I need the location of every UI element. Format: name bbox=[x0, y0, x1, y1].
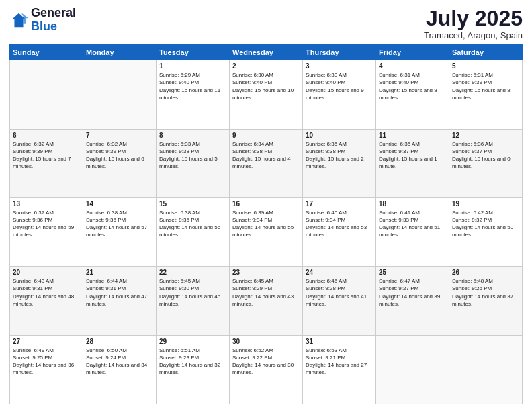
table-row: 13Sunrise: 6:37 AMSunset: 9:36 PMDayligh… bbox=[10, 197, 83, 266]
day-number: 7 bbox=[86, 132, 153, 139]
day-info: Sunrise: 6:50 AMSunset: 9:24 PMDaylight:… bbox=[86, 347, 153, 377]
day-info: Sunrise: 6:45 AMSunset: 9:30 PMDaylight:… bbox=[159, 277, 226, 308]
day-info: Sunrise: 6:32 AMSunset: 9:39 PMDaylight:… bbox=[13, 140, 80, 171]
table-row: 10Sunrise: 6:35 AMSunset: 9:38 PMDayligh… bbox=[303, 129, 376, 197]
day-number: 31 bbox=[306, 338, 373, 345]
day-number: 5 bbox=[452, 62, 519, 70]
day-number: 18 bbox=[379, 200, 446, 208]
table-row bbox=[449, 335, 523, 404]
table-row: 14Sunrise: 6:38 AMSunset: 9:36 PMDayligh… bbox=[83, 197, 157, 266]
col-saturday: Saturday bbox=[449, 45, 523, 60]
col-thursday: Thursday bbox=[303, 45, 376, 60]
calendar-week-row: 27Sunrise: 6:49 AMSunset: 9:25 PMDayligh… bbox=[10, 335, 523, 404]
day-number: 2 bbox=[232, 62, 300, 70]
day-info: Sunrise: 6:53 AMSunset: 9:21 PMDaylight:… bbox=[306, 347, 373, 377]
table-row: 3Sunrise: 6:30 AMSunset: 9:40 PMDaylight… bbox=[303, 60, 376, 129]
table-row: 5Sunrise: 6:31 AMSunset: 9:39 PMDaylight… bbox=[449, 60, 523, 129]
day-info: Sunrise: 6:31 AMSunset: 9:39 PMDaylight:… bbox=[452, 71, 519, 101]
col-friday: Friday bbox=[376, 45, 449, 60]
day-number: 12 bbox=[452, 132, 519, 139]
day-number: 22 bbox=[159, 269, 226, 276]
table-row: 12Sunrise: 6:36 AMSunset: 9:37 PMDayligh… bbox=[449, 129, 523, 197]
logo: General Blue bbox=[9, 7, 76, 34]
day-info: Sunrise: 6:51 AMSunset: 9:23 PMDaylight:… bbox=[159, 347, 226, 377]
month-title: July 2025 bbox=[424, 7, 523, 30]
table-row bbox=[83, 60, 157, 129]
day-info: Sunrise: 6:43 AMSunset: 9:31 PMDaylight:… bbox=[13, 277, 80, 308]
table-row: 8Sunrise: 6:33 AMSunset: 9:38 PMDaylight… bbox=[157, 129, 230, 197]
logo-icon bbox=[9, 11, 28, 30]
day-info: Sunrise: 6:49 AMSunset: 9:25 PMDaylight:… bbox=[13, 347, 80, 377]
table-row: 26Sunrise: 6:48 AMSunset: 9:26 PMDayligh… bbox=[449, 267, 523, 335]
day-number: 16 bbox=[232, 200, 300, 208]
day-number: 1 bbox=[159, 62, 226, 70]
day-number: 23 bbox=[232, 269, 300, 276]
table-row: 28Sunrise: 6:50 AMSunset: 9:24 PMDayligh… bbox=[83, 335, 157, 404]
day-info: Sunrise: 6:35 AMSunset: 9:38 PMDaylight:… bbox=[306, 140, 373, 171]
location-subtitle: Tramaced, Aragon, Spain bbox=[424, 30, 523, 40]
table-row: 31Sunrise: 6:53 AMSunset: 9:21 PMDayligh… bbox=[303, 335, 376, 404]
day-number: 19 bbox=[452, 200, 519, 208]
day-number: 20 bbox=[13, 269, 80, 276]
col-tuesday: Tuesday bbox=[157, 45, 230, 60]
calendar-week-row: 13Sunrise: 6:37 AMSunset: 9:36 PMDayligh… bbox=[10, 197, 523, 266]
day-number: 24 bbox=[306, 269, 373, 276]
day-number: 11 bbox=[379, 132, 446, 139]
day-info: Sunrise: 6:37 AMSunset: 9:36 PMDaylight:… bbox=[13, 209, 80, 239]
table-row: 18Sunrise: 6:41 AMSunset: 9:33 PMDayligh… bbox=[376, 197, 449, 266]
table-row: 30Sunrise: 6:52 AMSunset: 9:22 PMDayligh… bbox=[230, 335, 303, 404]
day-info: Sunrise: 6:31 AMSunset: 9:40 PMDaylight:… bbox=[379, 71, 446, 101]
day-number: 28 bbox=[86, 338, 153, 345]
table-row: 23Sunrise: 6:45 AMSunset: 9:29 PMDayligh… bbox=[230, 267, 303, 335]
day-number: 8 bbox=[159, 132, 226, 139]
day-info: Sunrise: 6:39 AMSunset: 9:34 PMDaylight:… bbox=[232, 209, 300, 239]
calendar-week-row: 1Sunrise: 6:29 AMSunset: 9:40 PMDaylight… bbox=[10, 60, 523, 129]
table-row: 11Sunrise: 6:35 AMSunset: 9:37 PMDayligh… bbox=[376, 129, 449, 197]
day-number: 6 bbox=[13, 132, 80, 139]
day-number: 13 bbox=[13, 200, 80, 208]
day-number: 14 bbox=[86, 200, 153, 208]
col-wednesday: Wednesday bbox=[230, 45, 303, 60]
table-row: 25Sunrise: 6:47 AMSunset: 9:27 PMDayligh… bbox=[376, 267, 449, 335]
day-info: Sunrise: 6:45 AMSunset: 9:29 PMDaylight:… bbox=[232, 277, 300, 308]
logo-blue: Blue bbox=[31, 19, 57, 33]
table-row: 6Sunrise: 6:32 AMSunset: 9:39 PMDaylight… bbox=[10, 129, 83, 197]
table-row: 21Sunrise: 6:44 AMSunset: 9:31 PMDayligh… bbox=[83, 267, 157, 335]
col-sunday: Sunday bbox=[10, 45, 83, 60]
table-row: 27Sunrise: 6:49 AMSunset: 9:25 PMDayligh… bbox=[10, 335, 83, 404]
day-info: Sunrise: 6:36 AMSunset: 9:37 PMDaylight:… bbox=[452, 140, 519, 171]
table-row: 20Sunrise: 6:43 AMSunset: 9:31 PMDayligh… bbox=[10, 267, 83, 335]
day-number: 15 bbox=[159, 200, 226, 208]
table-row: 4Sunrise: 6:31 AMSunset: 9:40 PMDaylight… bbox=[376, 60, 449, 129]
day-number: 21 bbox=[86, 269, 153, 276]
day-number: 17 bbox=[306, 200, 373, 208]
table-row: 24Sunrise: 6:46 AMSunset: 9:28 PMDayligh… bbox=[303, 267, 376, 335]
day-number: 9 bbox=[232, 132, 300, 139]
day-number: 26 bbox=[452, 269, 519, 276]
day-info: Sunrise: 6:44 AMSunset: 9:31 PMDaylight:… bbox=[86, 277, 153, 308]
day-info: Sunrise: 6:38 AMSunset: 9:36 PMDaylight:… bbox=[86, 209, 153, 239]
table-row: 7Sunrise: 6:32 AMSunset: 9:39 PMDaylight… bbox=[83, 129, 157, 197]
day-info: Sunrise: 6:30 AMSunset: 9:40 PMDaylight:… bbox=[306, 71, 373, 101]
day-info: Sunrise: 6:41 AMSunset: 9:33 PMDaylight:… bbox=[379, 209, 446, 239]
table-row bbox=[376, 335, 449, 404]
page: General Blue July 2025 Tramaced, Aragon,… bbox=[0, 0, 532, 411]
day-number: 25 bbox=[379, 269, 446, 276]
table-row: 29Sunrise: 6:51 AMSunset: 9:23 PMDayligh… bbox=[157, 335, 230, 404]
table-row: 2Sunrise: 6:30 AMSunset: 9:40 PMDaylight… bbox=[230, 60, 303, 129]
table-row bbox=[10, 60, 83, 129]
day-number: 3 bbox=[306, 62, 373, 70]
title-block: July 2025 Tramaced, Aragon, Spain bbox=[424, 7, 523, 40]
day-info: Sunrise: 6:38 AMSunset: 9:35 PMDaylight:… bbox=[159, 209, 226, 239]
day-info: Sunrise: 6:40 AMSunset: 9:34 PMDaylight:… bbox=[306, 209, 373, 239]
calendar-week-row: 6Sunrise: 6:32 AMSunset: 9:39 PMDaylight… bbox=[10, 129, 523, 197]
header: General Blue July 2025 Tramaced, Aragon,… bbox=[9, 7, 523, 40]
table-row: 16Sunrise: 6:39 AMSunset: 9:34 PMDayligh… bbox=[230, 197, 303, 266]
day-info: Sunrise: 6:29 AMSunset: 9:40 PMDaylight:… bbox=[159, 71, 226, 101]
day-number: 10 bbox=[306, 132, 373, 139]
calendar-header-row: Sunday Monday Tuesday Wednesday Thursday… bbox=[10, 45, 523, 60]
day-number: 27 bbox=[13, 338, 80, 345]
day-number: 4 bbox=[379, 62, 446, 70]
table-row: 17Sunrise: 6:40 AMSunset: 9:34 PMDayligh… bbox=[303, 197, 376, 266]
day-info: Sunrise: 6:52 AMSunset: 9:22 PMDaylight:… bbox=[232, 347, 300, 377]
